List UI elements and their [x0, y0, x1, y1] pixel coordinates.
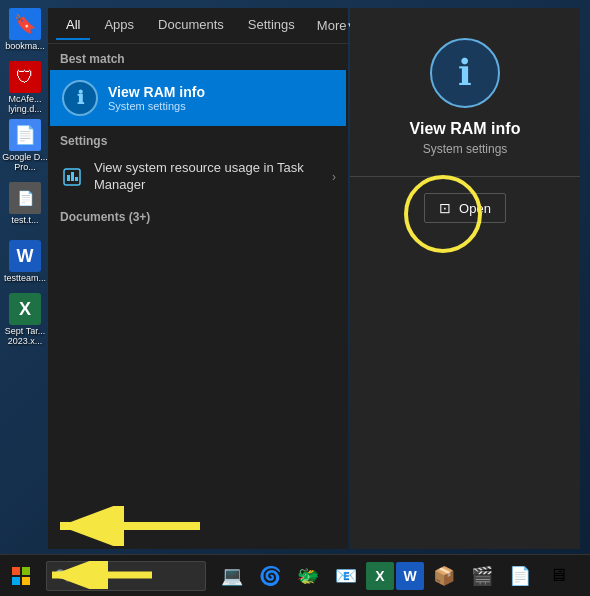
svg-rect-3 — [75, 177, 78, 181]
taskbar-search-text: ram — [76, 568, 98, 583]
settings-section-label: Settings — [48, 126, 348, 152]
open-button[interactable]: ⊡ Open — [424, 193, 506, 223]
open-icon: ⊡ — [439, 200, 451, 216]
preview-large-icon: ℹ — [430, 38, 500, 108]
settings-item-task-manager[interactable]: View system resource usage in Task Manag… — [48, 152, 348, 202]
svg-rect-2 — [71, 172, 74, 181]
taskbar-icon-monitor[interactable]: 🖥 — [540, 555, 576, 597]
open-button-highlight: ⊡ Open — [424, 193, 506, 223]
preview-panel: ℹ View RAM info System settings ⊡ Open — [350, 8, 580, 549]
taskbar-icon-vlc[interactable]: 🎬 — [464, 555, 500, 597]
taskbar-icon-app1[interactable]: 🌀 — [252, 555, 288, 597]
desktop-icon-mcafee[interactable]: 🛡 McAfe...lying.d... — [2, 60, 48, 116]
search-results-panel: All Apps Documents Settings More ▾ Best … — [48, 8, 348, 549]
start-button[interactable] — [0, 555, 42, 597]
tab-documents[interactable]: Documents — [148, 11, 234, 40]
preview-divider — [350, 176, 580, 177]
empty-results-area — [48, 228, 348, 549]
desktop-icons-container: 🔖 bookma... 🛡 McAfe...lying.d... 📄 Googl… — [0, 0, 50, 560]
best-match-icon: ℹ — [62, 80, 98, 116]
desktop-icon-google-docs[interactable]: 📄 Google D...Pro... — [2, 118, 48, 174]
taskbar-search-icon: 🔍 — [55, 569, 70, 583]
documents-section-label: Documents (3+) — [48, 202, 348, 228]
taskbar: 🔍 ram 💻 🌀 🐲 📧 X W 📦 🎬 📄 🖥 — [0, 554, 590, 596]
tab-all[interactable]: All — [56, 11, 90, 40]
svg-rect-6 — [12, 577, 20, 585]
taskbar-icon-app2[interactable]: 🐲 — [290, 555, 326, 597]
desktop-icon-bookmark[interactable]: 🔖 bookma... — [2, 2, 48, 58]
taskbar-search-bar[interactable]: 🔍 ram — [46, 561, 206, 591]
taskbar-icon-outlook[interactable]: 📧 — [328, 555, 364, 597]
best-match-item[interactable]: ℹ View RAM info System settings — [50, 70, 346, 126]
preview-title: View RAM info — [398, 120, 533, 138]
search-tabs: All Apps Documents Settings More ▾ — [48, 8, 348, 44]
task-manager-text: View system resource usage in Task Manag… — [94, 160, 322, 194]
taskbar-icon-explorer[interactable]: 💻 — [214, 555, 250, 597]
svg-rect-1 — [67, 175, 70, 181]
tab-apps[interactable]: Apps — [94, 11, 144, 40]
taskbar-icon-word[interactable]: W — [396, 562, 424, 590]
taskbar-icons: 💻 🌀 🐲 📧 X W 📦 🎬 📄 🖥 — [214, 555, 576, 597]
desktop-icon-test[interactable]: 📄 test.t... — [2, 176, 48, 232]
svg-rect-4 — [12, 567, 20, 575]
tab-settings[interactable]: Settings — [238, 11, 305, 40]
svg-rect-5 — [22, 567, 30, 575]
task-manager-arrow: › — [332, 170, 336, 184]
svg-rect-7 — [22, 577, 30, 585]
preview-subtitle: System settings — [423, 142, 508, 156]
taskbar-icon-app3[interactable]: 📦 — [426, 555, 462, 597]
desktop-icon-excel[interactable]: X Sept Tar...2023.x... — [2, 292, 48, 348]
best-match-text: View RAM info System settings — [108, 84, 205, 112]
desktop-icon-word[interactable]: W testteam... — [2, 234, 48, 290]
taskbar-icon-excel[interactable]: X — [366, 562, 394, 590]
task-manager-icon — [60, 165, 84, 189]
taskbar-icon-notepad[interactable]: 📄 — [502, 555, 538, 597]
best-match-label: Best match — [48, 44, 348, 70]
